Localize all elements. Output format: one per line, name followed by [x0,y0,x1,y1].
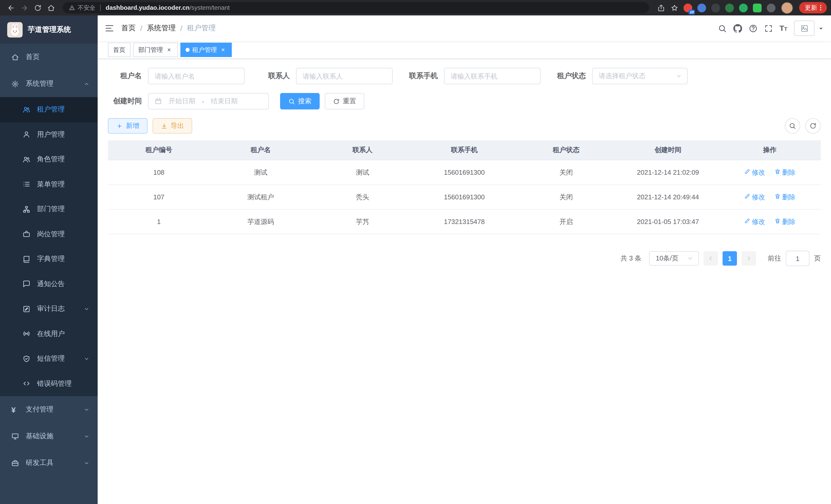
tab-label: 首页 [113,46,125,54]
chevron-down-icon [84,356,89,362]
sidebar-item-sms[interactable]: 短信管理 [0,346,98,371]
pagination: 共 3 条 10条/页 1 前往 页 [108,251,821,266]
toggle-search-button[interactable] [785,118,800,134]
active-dot-icon [185,48,190,52]
add-button[interactable]: 新增 [108,118,147,134]
refresh-table-button[interactable] [805,118,821,134]
font-size-button[interactable]: TT [779,24,787,33]
tab-tenant-management[interactable]: 租户管理 × [180,42,232,57]
extension-icon-6[interactable] [753,3,762,12]
reset-button[interactable]: 重置 [325,93,364,110]
tenant-status-select[interactable]: 请选择租户状态 [592,68,688,84]
github-link[interactable] [733,24,742,33]
header-search-button[interactable] [718,24,726,33]
address-bar[interactable]: 不安全 dashboard.yudao.iocoder.cn/system/te… [63,2,649,13]
filter-row-1: 租户名 联系人 联系手机 租户状态 请选择租户状态 [108,68,821,84]
users-icon [23,106,31,114]
sidebar-menu: 首页系统管理租户管理用户管理角色管理菜单管理部门管理岗位管理字典管理通知公告审计… [0,44,98,504]
column-header: 联系手机 [413,140,515,160]
sidebar-item-user[interactable]: 用户管理 [0,122,98,147]
extension-icon-7[interactable] [767,3,775,12]
contact-input[interactable] [296,68,393,84]
cell-name: 测试租户 [210,185,311,209]
user-avatar[interactable] [794,21,814,36]
edit-button[interactable]: 修改 [744,168,765,177]
fullscreen-button[interactable] [764,24,773,33]
sidebar-item-payment[interactable]: ¥支付管理 [0,396,98,423]
sidebar-item-dev-tools[interactable]: 研发工具 [0,449,98,476]
extension-icon-1[interactable]: 10 [684,3,692,12]
sidebar-item-home[interactable]: 首页 [0,44,98,70]
tenant-status-label: 租户状态 [552,71,586,81]
reload-button[interactable] [31,1,44,14]
sidebar-item-dept[interactable]: 部门管理 [0,197,98,222]
sidebar-item-dict[interactable]: 字典管理 [0,246,98,271]
browser-home-button[interactable] [44,1,58,14]
sidebar-item-post[interactable]: 岗位管理 [0,222,98,246]
prev-page-button[interactable] [704,251,718,266]
cell-status: 关闭 [515,160,617,185]
next-page-button[interactable] [742,251,756,266]
delete-button[interactable]: 删除 [774,192,796,202]
sidebar-item-system[interactable]: 系统管理 [0,70,98,97]
share-button[interactable] [654,1,667,14]
delete-button[interactable]: 删除 [774,217,796,226]
sidebar-item-online-user[interactable]: 在线用户 [0,321,98,346]
book-icon [23,255,31,263]
help-button[interactable] [748,24,757,33]
sidebar-item-tenant[interactable]: 租户管理 [0,97,98,122]
edit-button[interactable]: 修改 [744,192,765,202]
phone-input[interactable] [444,68,541,84]
sidebar-item-error-code[interactable]: 错误码管理 [0,371,98,396]
trash-icon [774,169,781,176]
tab-home[interactable]: 首页 [108,42,131,57]
extension-icon-2[interactable] [697,3,706,12]
tenant-table: 租户编号租户名联系人联系手机租户状态创建时间操作 108测试测试15601691… [108,140,821,234]
update-button[interactable]: 更新 [799,2,827,13]
export-button[interactable]: 导出 [153,118,192,134]
breadcrumb-system[interactable]: 系统管理 [147,24,176,33]
url-path: /system/tenant [190,4,230,11]
sidebar-item-menu[interactable]: 菜单管理 [0,172,98,197]
sidebar-item-audit-log[interactable]: 审计日志 [0,296,98,321]
sidebar-item-infra[interactable]: 基础设施 [0,423,98,449]
briefcase-icon [23,230,31,238]
back-button[interactable] [4,1,18,14]
list-icon [23,181,31,188]
goto-page-input[interactable] [786,251,809,266]
bookmark-star-button[interactable] [667,1,681,14]
forward-button[interactable] [18,1,31,14]
cell-id: 1 [108,209,210,234]
sidebar-item-label: 支付管理 [26,405,53,414]
search-button[interactable]: 搜索 [280,93,320,110]
app-title: 芋道管理系统 [28,25,71,34]
page-size-select[interactable]: 10条/页 [649,251,699,266]
browser-chrome: 不安全 dashboard.yudao.iocoder.cn/system/te… [0,0,831,16]
extension-icon-4[interactable] [725,3,734,12]
tenant-name-input[interactable] [148,68,245,84]
browser-profile-avatar[interactable] [781,2,793,13]
edit-button[interactable]: 修改 [744,217,765,226]
app-logo[interactable]: 芋道管理系统 [0,16,98,44]
url-text: dashboard.yudao.iocoder.cn/system/tenant [106,4,230,11]
close-icon[interactable]: × [220,46,227,53]
caret-down-icon[interactable] [818,25,824,31]
page-unit-label: 页 [814,254,821,263]
trash-icon [774,193,781,201]
sidebar-item-notice[interactable]: 通知公告 [0,271,98,296]
column-header: 创建时间 [617,140,719,160]
breadcrumb-home[interactable]: 首页 [121,24,136,33]
page-1-button[interactable]: 1 [722,251,737,266]
cell-contact: 测试 [312,160,413,185]
sidebar-item-role[interactable]: 角色管理 [0,147,98,172]
sidebar-toggle-button[interactable] [98,24,121,33]
close-icon[interactable]: × [166,46,173,53]
create-time-range-picker[interactable]: 开始日期 - 结束日期 [148,93,269,110]
end-date-placeholder: 结束日期 [211,97,238,106]
rabbit-logo-icon [7,22,23,37]
kebab-menu-icon[interactable] [817,4,824,11]
delete-button[interactable]: 删除 [774,168,796,177]
extension-icon-5[interactable] [739,3,748,12]
extension-icon-3[interactable] [711,3,720,12]
tab-dept-management[interactable]: 部门管理 × [133,42,178,57]
